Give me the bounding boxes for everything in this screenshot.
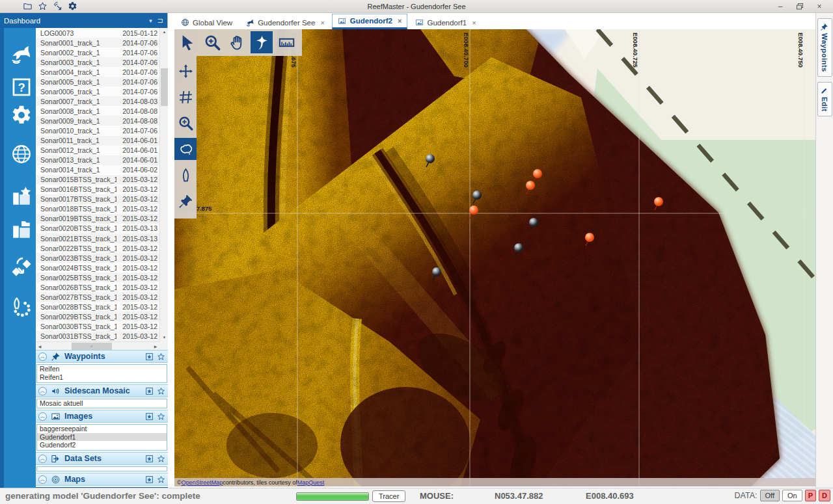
star-outline-button[interactable] [156,412,165,421]
list-item[interactable]: Reifen1 [37,373,167,382]
tool-depth-profile[interactable] [275,31,297,53]
track-list-item[interactable]: Sonar0012_track_12014-06-01 [36,146,159,155]
track-list-item[interactable]: Sonar0028BTSS_track_12015-03-12 [36,302,159,312]
import-signal-button[interactable] [51,1,63,12]
sidebar-nav-settings-gear[interactable] [9,103,34,127]
track-list-item[interactable]: Sonar0020BTSS_track_12015-03-13 [36,224,159,233]
track-list-item[interactable]: Sonar0025BTSS_track_12015-03-12 [36,272,159,282]
track-list-item[interactable]: Sonar0010_track_12014-07-06 [36,126,159,135]
track-list-item[interactable]: Sonar0023BTSS_track_12015-03-12 [36,253,159,263]
sidebar-nav-dataset-folder[interactable] [9,217,34,242]
track-list-item[interactable]: Sonar0009_track_12014-08-08 [36,116,159,126]
star-outline-button[interactable] [156,386,165,395]
chevron-down-icon[interactable]: ▾ [149,18,152,24]
panel-header-sidescan-mosaics[interactable]: ︿Sidescan Mosaic [36,384,168,397]
open-folder-button[interactable] [21,1,33,12]
panel-header-images[interactable]: ︿Images [36,410,168,423]
scroll-right-icon[interactable]: ▶ [152,342,159,351]
list-item[interactable]: Mosaic aktuell [37,399,167,408]
app-shark-button[interactable] [7,1,18,12]
star-outline-button[interactable] [156,475,165,484]
track-list-item[interactable]: Sonar0015BTSS_track_12015-03-12 [36,175,159,185]
track-list-item[interactable]: Sonar0005_track_12014-07-06 [36,77,159,86]
data-on-button[interactable]: On [782,490,802,501]
list-item[interactable]: Gudendorf1 [37,433,167,442]
dashboard-header[interactable]: Dashboard ▾ ⊐ [0,13,167,28]
list-item[interactable]: baggerseepaint [37,425,167,433]
scroll-left-icon[interactable]: ◀ [36,342,44,351]
collapse-chevron-icon[interactable]: ︿ [38,455,47,463]
track-list-item[interactable]: Sonar0001_track_12014-07-06 [36,38,159,47]
scroll-down-icon[interactable]: ▼ [160,334,169,341]
track-list-item[interactable]: Sonar0029BTSS_track_12015-03-12 [36,312,159,321]
star-box-button[interactable] [144,386,154,395]
tool-pan-hand[interactable] [226,31,248,53]
tool-pushpin[interactable] [176,190,195,212]
track-list-item[interactable]: Sonar0021BTSS_track_12015-03-13 [36,233,159,243]
hscroll-thumb[interactable]: ≡ [72,343,112,350]
track-list-item[interactable]: Sonar0030BTSS_track_12015-03-12 [36,321,159,331]
track-list-item[interactable]: Sonar0016BTSS_track_12015-03-12 [36,185,159,194]
star-box-button[interactable] [144,475,154,484]
sidebar-nav-satellite-import[interactable] [9,256,34,280]
panel-header-data-sets[interactable]: ︿Data Sets [36,452,168,465]
track-list-item[interactable]: Sonar0026BTSS_track_12015-03-12 [36,282,159,292]
vscroll-thumb[interactable] [161,68,168,106]
track-list-item[interactable]: Sonar0019BTSS_track_12015-03-12 [36,214,159,224]
scroll-up-icon[interactable]: ▲ [160,28,169,36]
panel-header-waypoints[interactable]: ︿Waypoints [36,350,168,363]
sidebar-nav-help-box[interactable]: ? [9,75,34,99]
sidebar-nav-dataset-star[interactable] [9,184,34,209]
map-view[interactable]: E008.40.675E008.40.700E008.40.725E008.40… [174,29,815,486]
pin-panel-icon[interactable]: ⊐ [157,16,163,25]
tracer-button[interactable]: Tracer [372,490,405,502]
track-list-item[interactable]: Sonar0004_track_12014-07-06 [36,67,159,77]
side-tab-waypoints[interactable]: Waypoints [817,18,832,77]
track-list-vscrollbar[interactable]: ▲ ▼ [159,28,168,341]
data-off-button[interactable]: Off [760,490,780,501]
star-box-button[interactable] [144,352,154,361]
close-tab-icon[interactable]: × [472,19,476,27]
close-tab-icon[interactable]: × [320,19,324,27]
tab-gudendorfer-see[interactable]: Gudendorfer See× [239,16,331,29]
star-outline-button[interactable] [156,454,165,463]
tool-zoom-area[interactable] [176,112,195,134]
close-button[interactable]: × [811,1,828,11]
list-item[interactable]: Reifen [37,365,167,373]
star-outline-button[interactable] [156,352,165,361]
track-list-item[interactable]: Sonar0011_track_12014-06-01 [36,136,159,146]
data-p-button[interactable]: P [805,490,816,501]
settings-gear-button[interactable] [66,1,78,12]
tool-australia-extent[interactable] [174,138,197,160]
tool-zoom-magnifier[interactable] [201,31,223,53]
sidebar-nav-globe[interactable] [9,142,34,166]
tab-global-view[interactable]: Global View [174,16,238,29]
tab-gudendorf2[interactable]: Gudendorf2× [332,14,408,29]
track-list-item[interactable]: Sonar0003_track_12014-07-06 [36,57,159,67]
track-list-item[interactable]: Sonar0008_track_12014-08-08 [36,106,159,116]
track-list-item[interactable]: Sonar0006_track_12014-07-06 [36,86,159,96]
help-button[interactable] [81,1,93,12]
tool-boat[interactable] [176,164,195,186]
tool-select-cursor[interactable] [176,31,198,53]
star-box-button[interactable] [144,454,154,463]
track-list-item[interactable]: Sonar0031BTSS_track_12015-03-12 [36,331,159,341]
track-list-hscrollbar[interactable]: ◀ ≡ ▶ [36,341,159,350]
favorites-star-button[interactable] [36,1,48,12]
star-box-button[interactable] [144,412,154,421]
track-list-item[interactable]: Sonar0017BTSS_track_12015-03-12 [36,194,159,204]
tool-move-arrows[interactable] [176,60,195,82]
restore-button[interactable] [791,1,808,11]
collapse-chevron-icon[interactable]: ︿ [38,475,47,484]
track-list-item[interactable]: LOG000732015-01-12 [36,28,159,38]
sidebar-nav-boat-track[interactable] [9,295,34,319]
data-d-button[interactable]: D [819,490,830,501]
list-item[interactable]: Gudendorf2 [37,441,167,449]
tool-grid[interactable] [176,86,195,108]
panel-header-maps[interactable]: ︿Maps [36,473,168,486]
track-list-item[interactable]: Sonar0014_track_12014-06-02 [36,165,159,175]
minimize-button[interactable]: – [772,1,789,11]
track-list-item[interactable]: Sonar0013_track_12014-06-01 [36,155,159,165]
track-list-item[interactable]: Sonar0022BTSS_track_12015-03-12 [36,243,159,253]
track-list-item[interactable]: Sonar0002_track_12014-07-06 [36,47,159,57]
